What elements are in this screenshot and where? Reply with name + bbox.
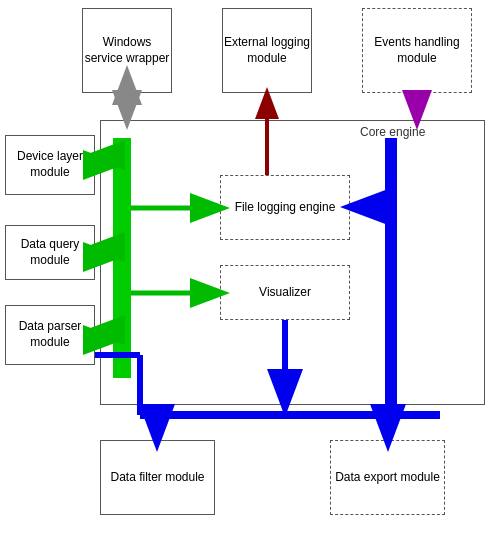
- windows-service-box: Windows service wrapper: [82, 8, 172, 93]
- visualizer-box: Visualizer: [220, 265, 350, 320]
- data-filter-box: Data filter module: [100, 440, 215, 515]
- data-query-box: Data query module: [5, 225, 95, 280]
- device-layer-box: Device layer module: [5, 135, 95, 195]
- external-logging-box: External logging module: [222, 8, 312, 93]
- data-parser-box: Data parser module: [5, 305, 95, 365]
- data-export-box: Data export module: [330, 440, 445, 515]
- core-engine-box: [100, 120, 485, 405]
- file-logging-box: File logging engine: [220, 175, 350, 240]
- events-handling-box: Events handling module: [362, 8, 472, 93]
- core-engine-label: Core engine: [360, 125, 425, 139]
- architecture-diagram: Core engine Windows service wrapper Exte…: [0, 0, 501, 538]
